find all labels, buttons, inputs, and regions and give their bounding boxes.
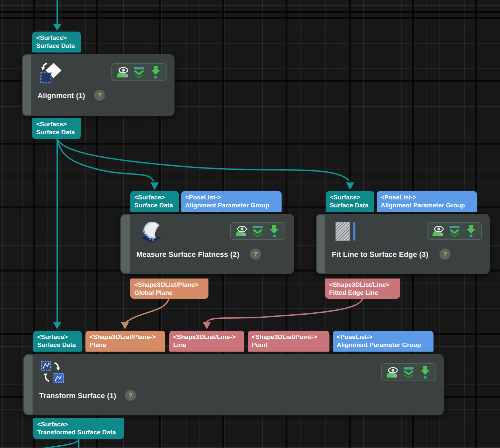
port-name-label: Surface Data <box>36 42 77 50</box>
edge-alignment-to-measure <box>57 139 154 181</box>
node-toolbar <box>230 222 285 240</box>
run-to-node-icon[interactable] <box>149 65 163 79</box>
port-fitline-output-fitted-edge-line[interactable]: <Shape3DList/Line> Fitted Edge Line <box>325 279 400 299</box>
port-transform-input-plane[interactable]: <Shape3DList/Plane-> Plane <box>85 331 165 352</box>
visualize-output-icon[interactable] <box>115 65 129 79</box>
port-transform-input-surface-data[interactable]: <Surface> Surface Data <box>33 331 82 352</box>
edge-arrowhead <box>203 322 211 329</box>
node-accent-strip <box>24 355 33 414</box>
node-accent-strip <box>121 215 130 273</box>
port-measure-input-alignment-parameter-group[interactable]: <PoseList-> Alignment Parameter Group <box>181 191 282 212</box>
transform-surface-icon <box>40 360 64 386</box>
node-title: Transform Surface (1) <box>39 392 116 400</box>
node-title: Alignment (1) <box>38 91 85 100</box>
port-type-label: <Surface> <box>134 193 175 201</box>
port-type-label: <Surface> <box>36 34 77 42</box>
port-type-label: <Surface> <box>36 120 77 128</box>
run-to-node-icon[interactable] <box>464 224 478 238</box>
port-type-label: <Shape3DList/Plane-> <box>89 333 161 341</box>
port-type-label: <Surface> <box>37 333 78 341</box>
port-name-label: Line <box>173 341 240 349</box>
fit-line-to-surface-edge-icon <box>335 221 357 243</box>
port-measure-input-surface-data[interactable]: <Surface> Surface Data <box>130 191 179 212</box>
edge-arrowhead <box>53 24 61 31</box>
collapse-node-icon[interactable] <box>447 224 461 238</box>
help-badge[interactable]: ? <box>250 249 261 260</box>
port-transform-output-transformed-surface-data[interactable]: <Surface> Transformed Surface Data <box>33 418 124 439</box>
collapse-node-icon[interactable] <box>402 365 416 379</box>
port-measure-output-global-plane[interactable]: <Shape3DList/Plane> Global Plane <box>130 279 208 299</box>
node-fit-line-to-surface-edge[interactable]: Fit Line to Surface Edge (3) ? <box>316 214 490 274</box>
node-alignment[interactable]: Alignment (1) ? <box>22 54 175 116</box>
port-fitline-input-surface-data[interactable]: <Surface> Surface Data <box>326 191 374 212</box>
edge-arrowhead <box>121 322 129 329</box>
node-title: Fit Line to Surface Edge (3) <box>332 250 428 259</box>
port-name-label: Point <box>252 341 325 349</box>
port-name-label: Global Plane <box>134 289 204 297</box>
port-type-label: <PoseList-> <box>337 333 430 341</box>
node-toolbar <box>111 63 167 81</box>
edge-fittededge-to-line <box>207 298 362 322</box>
port-type-label: <Surface> <box>37 420 120 428</box>
port-name-label: Surface Data <box>37 341 78 349</box>
port-name-label: Fitted Edge Line <box>329 289 396 297</box>
port-name-label: Alignment Parameter Group <box>185 201 278 209</box>
port-type-label: <Shape3DList/Line-> <box>173 333 240 341</box>
port-name-label: Plane <box>89 341 161 349</box>
collapse-node-icon[interactable] <box>251 224 265 238</box>
node-accent-strip <box>317 215 325 273</box>
port-transform-input-line[interactable]: <Shape3DList/Line-> Line <box>169 331 244 352</box>
node-accent-strip <box>23 55 31 115</box>
port-name-label: Alignment Parameter Group <box>337 341 430 349</box>
edge-arrowhead <box>151 182 159 190</box>
help-badge[interactable]: ? <box>439 249 450 260</box>
visualize-output-icon[interactable] <box>385 365 399 379</box>
port-transform-input-alignment-parameter-group[interactable]: <PoseList-> Alignment Parameter Group <box>333 331 434 352</box>
node-graph-canvas[interactable]: <Surface> Surface Data <box>0 0 500 448</box>
node-toolbar <box>427 222 482 240</box>
port-name-label: Transformed Surface Data <box>37 428 120 436</box>
node-title: Measure Surface Flatness (2) <box>136 250 239 259</box>
port-type-label: <PoseList-> <box>381 193 473 201</box>
help-badge[interactable]: ? <box>94 90 105 101</box>
port-name-label: Alignment Parameter Group <box>381 201 473 209</box>
node-transform-surface[interactable]: Transform Surface (1) ? <box>23 354 444 415</box>
node-measure-surface-flatness[interactable]: Measure Surface Flatness (2) ? <box>120 214 294 274</box>
edge-alignment-to-fitline <box>57 139 349 181</box>
port-transform-input-point[interactable]: <Shape3DList/Point-> Point <box>248 331 329 352</box>
edge-arrowhead <box>346 182 354 190</box>
visualize-output-icon[interactable] <box>431 224 445 238</box>
edge-arrowhead <box>53 322 61 329</box>
port-type-label: <PoseList-> <box>185 193 278 201</box>
port-name-label: Surface Data <box>36 128 77 136</box>
edge-transform-out-left <box>22 439 79 448</box>
edge-globalplane-to-plane <box>125 298 169 323</box>
measure-surface-flatness-icon <box>138 218 166 247</box>
port-type-label: <Shape3DList/Point-> <box>252 333 325 341</box>
alignment-icon <box>38 61 62 86</box>
collapse-node-icon[interactable] <box>132 65 146 79</box>
help-badge[interactable]: ? <box>125 390 136 401</box>
port-type-label: <Shape3DList/Plane> <box>134 281 204 289</box>
port-type-label: <Shape3DList/Line> <box>329 281 396 289</box>
port-alignment-input-surface-data[interactable]: <Surface> Surface Data <box>32 32 81 53</box>
port-name-label: Surface Data <box>134 201 175 209</box>
run-to-node-icon[interactable] <box>267 224 281 238</box>
visualize-output-icon[interactable] <box>234 224 248 238</box>
port-name-label: Surface Data <box>330 201 370 209</box>
port-fitline-input-alignment-parameter-group[interactable]: <PoseList-> Alignment Parameter Group <box>377 191 477 212</box>
port-type-label: <Surface> <box>330 193 370 201</box>
port-alignment-output-surface-data[interactable]: <Surface> Surface Data <box>32 118 81 139</box>
node-toolbar <box>381 363 436 381</box>
run-to-node-icon[interactable] <box>418 365 432 379</box>
